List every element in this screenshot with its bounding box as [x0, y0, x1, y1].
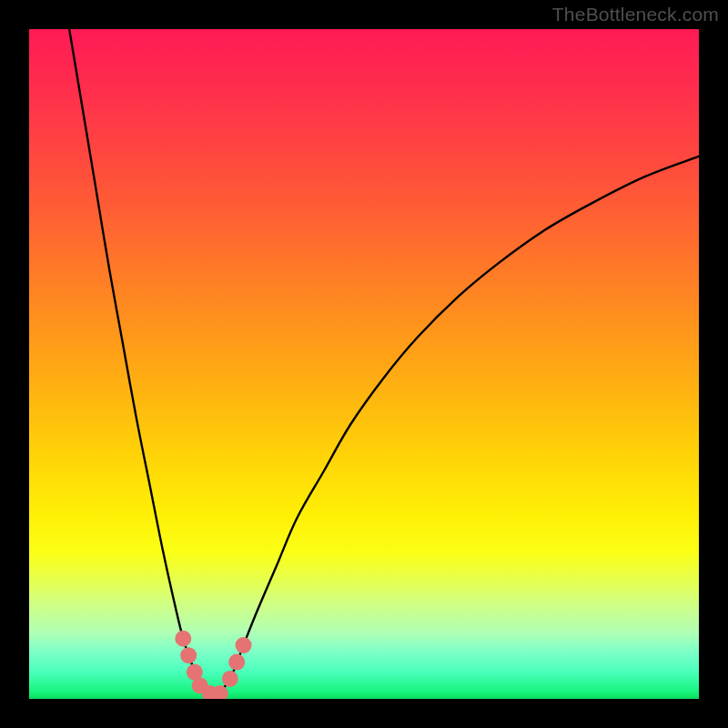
watermark-text: TheBottleneck.com [552, 4, 719, 25]
marker-dot [228, 654, 245, 671]
marker-dot [180, 647, 197, 663]
curve-right-curve [217, 157, 699, 695]
marker-dot [175, 631, 191, 647]
curve-left-curve [69, 29, 217, 695]
marker-dot [222, 671, 238, 687]
curve-layer [29, 29, 699, 699]
chart-frame: TheBottleneck.com [0, 0, 728, 728]
marker-dot [236, 637, 252, 653]
plot-area [29, 29, 699, 699]
